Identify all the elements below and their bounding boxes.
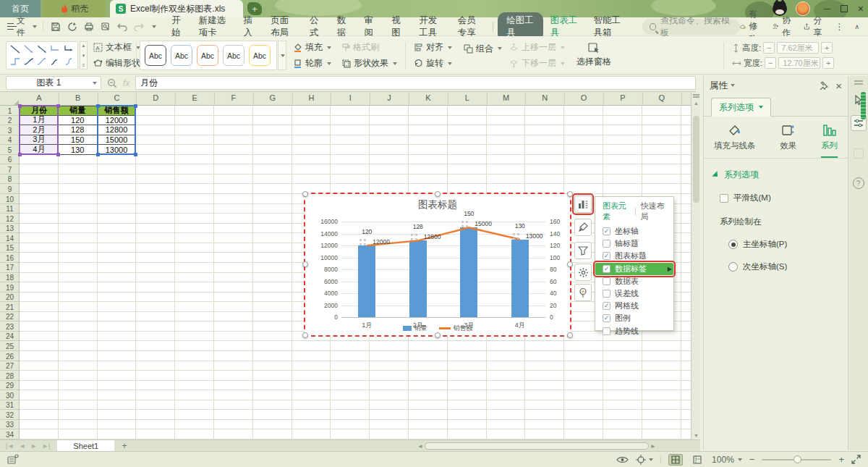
chart-settings-button[interactable]	[574, 264, 592, 281]
row-header-27[interactable]: 27	[0, 362, 20, 370]
series-options-tab[interactable]: 系列选项	[711, 98, 771, 117]
selection-mode-button[interactable]	[636, 455, 653, 465]
column-header-F[interactable]: F	[231, 93, 237, 102]
cell-B1[interactable]: 销量	[59, 106, 98, 116]
shape-style-4[interactable]: Abc	[249, 45, 271, 66]
popup-item-数据表[interactable]: 数据表	[595, 275, 673, 287]
row-header-29[interactable]: 29	[0, 382, 20, 390]
checkbox-icon[interactable]	[603, 290, 610, 298]
width-value[interactable]: 12.70厘米	[778, 57, 820, 69]
shape-effects-button[interactable]: 形状效果	[341, 57, 397, 70]
arrow-shape-icon[interactable]	[24, 45, 34, 54]
row-header-8[interactable]: 8	[0, 175, 20, 183]
popup-item-误差线[interactable]: 误差线	[595, 287, 673, 300]
row-header-4[interactable]: 4	[0, 136, 20, 144]
chart-resize-handle[interactable]	[302, 332, 308, 338]
row-header-28[interactable]: 28	[0, 372, 20, 380]
outline-button[interactable]: 轮廓	[293, 57, 331, 70]
chart-idea-button[interactable]	[574, 284, 592, 301]
row-header-18[interactable]: 18	[0, 274, 20, 282]
bar-3月[interactable]	[460, 227, 477, 317]
row-header-21[interactable]: 21	[0, 303, 20, 311]
line-shape-icon[interactable]	[10, 45, 20, 54]
row-header-31[interactable]: 31	[0, 401, 20, 409]
row-header-6[interactable]: 6	[0, 156, 20, 164]
popup-item-趋势线[interactable]: 趋势线	[595, 325, 673, 337]
scroll-left-icon[interactable]: ◄	[416, 443, 425, 450]
data-label-line[interactable]: 12000	[373, 238, 390, 245]
share-button[interactable]: 分享	[804, 14, 825, 39]
vertical-scrollbar[interactable]: ▲ ▼	[691, 92, 700, 439]
first-sheet-icon[interactable]: |◄	[6, 442, 14, 450]
chart-filter-button[interactable]	[574, 242, 592, 259]
panel-close-icon[interactable]: ×	[835, 80, 842, 92]
pin-icon[interactable]	[819, 81, 828, 91]
select-all-corner[interactable]	[13, 100, 19, 106]
chart-title[interactable]: 图表标题	[305, 198, 570, 211]
cell-C5[interactable]: 13000	[98, 145, 137, 155]
column-header-M[interactable]: M	[503, 93, 509, 102]
chart-resize-handle[interactable]	[567, 261, 573, 267]
column-header-H[interactable]: H	[309, 93, 315, 102]
cell-C4[interactable]: 15000	[98, 135, 137, 146]
fullscreen-icon[interactable]	[851, 455, 861, 464]
scroll-down-icon[interactable]: ▼	[693, 433, 699, 438]
row-headers[interactable]: 1234567891011121314151617181920212223242…	[0, 106, 20, 439]
style-gallery-dropdown[interactable]	[278, 41, 286, 70]
scroll-up-icon[interactable]: ▲	[693, 101, 699, 106]
column-header-G[interactable]: G	[269, 93, 276, 102]
primary-axis-radio[interactable]: 主坐标轴(P)	[704, 227, 848, 250]
cell-B5[interactable]: 130	[59, 145, 98, 155]
row-header-32[interactable]: 32	[0, 411, 20, 419]
fx-icon[interactable]: fx	[123, 78, 129, 88]
popup-item-图表标题[interactable]: ✓图表标题	[595, 250, 673, 262]
cell-B2[interactable]: 120	[59, 116, 98, 126]
panel-tab-填充与线条[interactable]: 填充与线条	[714, 124, 756, 158]
output-icon[interactable]	[67, 22, 77, 32]
print-icon[interactable]	[84, 22, 94, 32]
checkbox-checked-icon[interactable]: ✓	[603, 265, 610, 273]
row-header-7[interactable]: 7	[0, 166, 20, 174]
popup-item-网格线[interactable]: ✓网格线	[595, 300, 673, 312]
chart-resize-handle[interactable]	[435, 332, 441, 338]
row-header-16[interactable]: 16	[0, 254, 20, 262]
redo-icon[interactable]	[134, 22, 144, 31]
row-header-25[interactable]: 25	[0, 342, 20, 350]
page-break-view-button[interactable]	[690, 454, 705, 466]
gallery-more-icon[interactable]: ≡	[82, 63, 85, 67]
cell-C2[interactable]: 12000	[98, 116, 137, 126]
checkbox-checked-icon[interactable]: ✓	[603, 302, 610, 310]
last-sheet-icon[interactable]: ►|	[42, 442, 50, 450]
row-header-5[interactable]: 5	[0, 146, 20, 154]
row-header-17[interactable]: 17	[0, 264, 20, 272]
docer-tab[interactable]: 稻壳	[43, 0, 106, 17]
cell-C1[interactable]: 销售额	[98, 106, 137, 116]
checkbox-icon[interactable]	[603, 327, 610, 335]
height-increase-button[interactable]: +	[821, 42, 833, 54]
row-header-34[interactable]: 34	[0, 431, 20, 439]
data-label-line[interactable]: 15000	[475, 220, 492, 227]
shape-style-1[interactable]: Abc	[171, 45, 192, 66]
more-commands-icon[interactable]	[152, 25, 156, 28]
help-icon[interactable]: ?	[853, 177, 864, 189]
chart-resize-handle[interactable]	[435, 191, 441, 197]
collapse-ribbon-icon[interactable]: ∧	[854, 23, 859, 30]
row-header-3[interactable]: 3	[0, 127, 20, 135]
column-header-B[interactable]: B	[75, 93, 80, 102]
cell-B4[interactable]: 150	[59, 135, 98, 146]
checkbox-checked-icon[interactable]: ✓	[603, 227, 610, 235]
fill-button[interactable]: 填充	[293, 41, 331, 54]
sheet-tab-sheet1[interactable]: Sheet1	[57, 440, 114, 452]
column-header-N[interactable]: N	[542, 93, 548, 102]
column-header-J[interactable]: J	[387, 93, 391, 102]
panel-tab-系列[interactable]: 系列	[821, 124, 838, 158]
formula-input[interactable]: 月份	[135, 76, 696, 90]
height-value[interactable]: 7.62厘米	[777, 42, 819, 54]
curved-arrow-icon[interactable]	[37, 57, 47, 66]
panel-title-dropdown-icon[interactable]	[731, 84, 735, 87]
freeform-s-icon[interactable]	[64, 57, 74, 66]
width-increase-button[interactable]: +	[822, 57, 834, 69]
file-menu-button[interactable]: 文件	[0, 14, 43, 39]
save-icon[interactable]	[51, 22, 61, 32]
eye-icon[interactable]	[616, 455, 629, 464]
